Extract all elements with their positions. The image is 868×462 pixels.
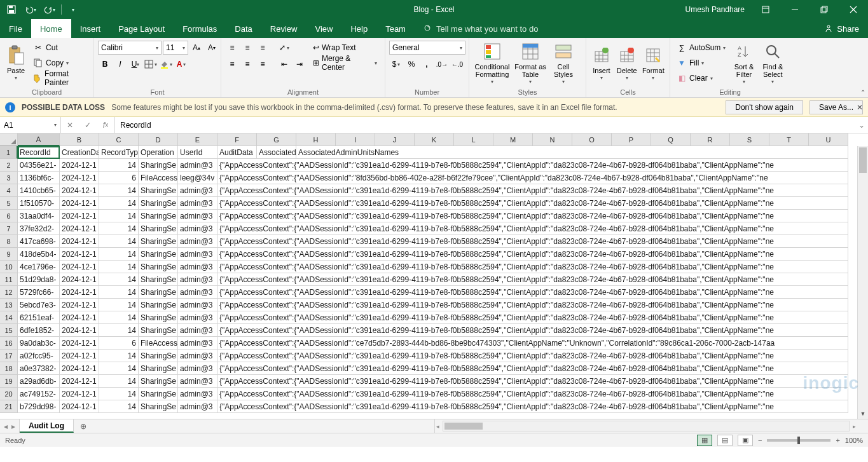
cell[interactable]: SharingSe xyxy=(139,210,178,222)
cell[interactable]: 2024-12-1 xyxy=(60,400,99,413)
cell[interactable]: SharingSe xyxy=(139,311,178,324)
cell[interactable]: 2024-12-1 xyxy=(60,388,99,400)
cell[interactable]: 2024-12-1 xyxy=(60,324,99,337)
zoom-out-icon[interactable]: − xyxy=(758,437,762,444)
row-header[interactable]: 20 xyxy=(0,388,18,400)
cell[interactable]: CreationDate xyxy=(60,146,99,159)
row-header[interactable]: 11 xyxy=(0,273,18,286)
cell[interactable]: 2024-12-1 xyxy=(60,248,99,261)
name-box[interactable]: A1▾ xyxy=(0,117,61,133)
row-header[interactable]: 15 xyxy=(0,324,18,337)
cell[interactable]: {"AppAccessContext":{"AADSessionId":"c39… xyxy=(217,350,848,362)
align-bottom-icon[interactable]: ≡ xyxy=(256,41,270,55)
cell[interactable]: SharingSe xyxy=(139,362,178,375)
cell[interactable]: RecordType xyxy=(99,146,139,159)
wrap-text-button[interactable]: ↩Wrap Text xyxy=(309,41,381,55)
tab-team[interactable]: Team xyxy=(376,19,415,38)
col-header[interactable]: R xyxy=(691,133,730,146)
decrease-decimal-icon[interactable]: ←.0 xyxy=(450,57,464,71)
cell[interactable]: a29ad6db- xyxy=(18,375,60,388)
cell[interactable]: 14 xyxy=(99,222,139,235)
cell[interactable]: {"AppAccessContext":{"AADSessionId":"c39… xyxy=(217,311,848,324)
align-right-icon[interactable]: ≡ xyxy=(256,57,270,71)
cell[interactable]: admin@3 xyxy=(178,375,217,388)
cell[interactable]: admin@3 xyxy=(178,261,217,273)
cell[interactable]: 14 xyxy=(99,400,139,413)
cell[interactable]: 5ebcd7e3- xyxy=(18,299,60,311)
row-header[interactable]: 2 xyxy=(0,159,18,172)
redo-icon[interactable]: ▾ xyxy=(42,2,57,17)
paste-button[interactable]: Paste▾ xyxy=(4,41,28,85)
cell[interactable]: 2024-12-1 xyxy=(60,184,99,197)
cell[interactable]: 14 xyxy=(99,184,139,197)
cell[interactable]: admin@3 xyxy=(178,273,217,286)
cell[interactable]: SharingSe xyxy=(139,159,178,172)
cell[interactable]: FileAccess xyxy=(139,172,178,184)
cell[interactable]: AssociatedAdminUnits xyxy=(257,146,296,159)
cell[interactable]: admin@3 xyxy=(178,210,217,222)
col-header[interactable]: S xyxy=(730,133,769,146)
decrease-font-icon[interactable]: A▾ xyxy=(205,41,219,55)
ribbon-display-icon[interactable] xyxy=(751,0,780,19)
cell[interactable]: {"AppAccessContext":{"AADSessionId":"c39… xyxy=(217,222,848,235)
align-left-icon[interactable]: ≡ xyxy=(225,57,239,71)
cell[interactable]: admin@3 xyxy=(178,184,217,197)
cell[interactable]: Operation xyxy=(139,146,178,159)
row-header[interactable]: 13 xyxy=(0,299,18,311)
row-header[interactable]: 19 xyxy=(0,375,18,388)
cell[interactable]: 14 xyxy=(99,286,139,299)
cell[interactable]: SharingSe xyxy=(139,261,178,273)
row-header[interactable]: 9 xyxy=(0,248,18,261)
cell[interactable]: 14 xyxy=(99,362,139,375)
format-cells-button[interactable]: Format▾ xyxy=(641,41,666,85)
italic-button[interactable]: I xyxy=(113,57,127,71)
row-header[interactable]: 4 xyxy=(0,184,18,197)
cell[interactable]: 14 xyxy=(99,197,139,210)
maximize-icon[interactable] xyxy=(809,0,839,19)
font-color-button[interactable]: A xyxy=(174,57,188,71)
row-header[interactable]: 1 xyxy=(0,146,18,159)
align-middle-icon[interactable]: ≡ xyxy=(240,41,254,55)
save-as-button[interactable]: Save As... xyxy=(809,100,863,114)
cell[interactable]: 2024-12-1 xyxy=(60,375,99,388)
cell[interactable]: 14 xyxy=(99,388,139,400)
col-header[interactable]: M xyxy=(493,133,533,146)
cell[interactable]: 14 xyxy=(99,159,139,172)
cell[interactable]: admin@3 xyxy=(178,222,217,235)
number-format-combo[interactable]: General▾ xyxy=(389,41,465,55)
cell-styles-button[interactable]: Cell Styles▾ xyxy=(549,41,577,85)
cell[interactable]: a0e37382- xyxy=(18,362,60,375)
tab-review[interactable]: Review xyxy=(261,19,307,38)
increase-decimal-icon[interactable]: .0→ xyxy=(435,57,449,71)
close-icon[interactable] xyxy=(839,0,868,19)
cell[interactable]: 4ce1796e- xyxy=(18,261,60,273)
cell[interactable]: 14 xyxy=(99,210,139,222)
cell[interactable]: 2024-12-1 xyxy=(60,235,99,248)
cell[interactable]: 14 xyxy=(99,235,139,248)
col-header[interactable]: J xyxy=(375,133,415,146)
cell[interactable]: {"AppAccessContext":{"AADSessionId":"c39… xyxy=(217,210,848,222)
cell[interactable]: SharingSe xyxy=(139,375,178,388)
cell[interactable]: 6 xyxy=(99,172,139,184)
tab-formulas[interactable]: Formulas xyxy=(174,19,226,38)
orientation-icon[interactable]: ⤢ xyxy=(277,41,291,55)
cell[interactable]: leeg@34v xyxy=(178,172,217,184)
tab-data[interactable]: Data xyxy=(226,19,261,38)
tab-view[interactable]: View xyxy=(306,19,341,38)
cell[interactable]: 2024-12-1 xyxy=(60,159,99,172)
col-header[interactable]: P xyxy=(612,133,651,146)
col-header[interactable]: A xyxy=(18,133,60,146)
percent-format-icon[interactable]: % xyxy=(404,57,418,71)
zoom-in-icon[interactable]: + xyxy=(836,437,839,444)
cell[interactable]: {"AppAccessContext":{"AADSessionId":"c39… xyxy=(217,286,848,299)
normal-view-icon[interactable]: ▦ xyxy=(697,435,712,446)
cell[interactable]: 2024-12-1 xyxy=(60,362,99,375)
cell[interactable]: FileAccess xyxy=(139,337,178,350)
format-painter-button[interactable]: Format Painter xyxy=(31,71,90,85)
cell[interactable]: 14 xyxy=(99,273,139,286)
cell[interactable]: {"AppAccessContext":{"AADSessionId":"8fd… xyxy=(217,172,848,184)
cell[interactable]: 418de5b4- xyxy=(18,248,60,261)
col-header[interactable]: N xyxy=(533,133,572,146)
merge-center-button[interactable]: ⊞Merge & Center▾ xyxy=(309,56,381,70)
cell[interactable]: 04356e21- xyxy=(18,159,60,172)
